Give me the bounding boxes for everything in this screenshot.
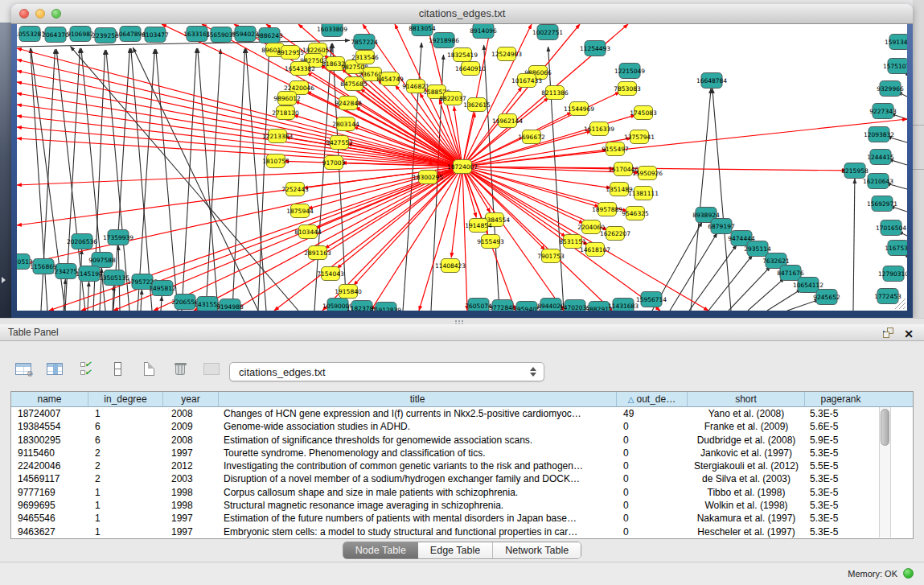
graph-node[interactable]: 1745083 [630,106,657,120]
column-header-out-degree[interactable]: △out_de… [617,392,688,406]
table-row[interactable]: 911546021997Tourette syndrome. Phenomeno… [11,447,913,459]
tab-edge-table[interactable]: Edge Table [418,542,492,558]
graph-node[interactable]: 7252443 [281,183,309,196]
graph-node[interactable]: 917003 [322,156,346,170]
splitter-collapse-arrow[interactable] [2,277,6,283]
table-row[interactable]: 1938455462009Genome-wide association stu… [11,420,913,433]
row-selection-icon[interactable]: ✔✔ [76,358,97,379]
cell-name[interactable]: 9463627 [11,525,88,538]
graph-node[interactable]: 1167534 [885,241,907,256]
cell-in_degree[interactable]: 6 [88,420,163,433]
graph-node[interactable]: 8103444 [294,225,322,239]
graph-node[interactable]: 16210643 [863,174,893,189]
graph-node[interactable]: 12213383 [262,130,293,143]
close-panel-icon[interactable]: ✕ [904,326,914,342]
graph-node[interactable]: 11408423 [435,259,466,273]
graph-node[interactable]: 9155493 [477,235,504,249]
cell-title[interactable]: Estimation of the future numbers of pati… [219,512,617,525]
cell-short[interactable]: Yano et al. (2008) [688,407,805,420]
column-header-in-degree[interactable]: in_degree [88,392,163,406]
graph-node[interactable]: 15692971 [867,196,897,212]
graph-node[interactable]: 7154043 [317,267,344,281]
cell-short[interactable]: Jankovic et al. (1997) [688,447,805,459]
graph-node[interactable]: 9097588 [88,253,116,268]
column-header-short[interactable]: short [688,392,805,406]
graph-node[interactable]: 15956714 [636,292,667,307]
graph-node[interactable]: 8211386 [541,86,569,100]
graph-node[interactable]: 1772453 [874,289,901,304]
cell-pagerank[interactable]: 5.3E-5 [805,512,877,525]
table-row[interactable]: 946554611997Estimation of the future num… [11,512,913,525]
table-settings-icon[interactable]: ⚙ [13,358,34,379]
cell-out_degree[interactable]: 0 [617,472,688,485]
cell-short[interactable]: Wolkin et al. (1998) [688,499,805,512]
cell-name[interactable]: 19384554 [11,420,88,433]
cell-pagerank[interactable]: 5.3E-5 [805,486,877,499]
delete-column-icon[interactable] [170,358,191,379]
graph-node[interactable]: 20206536 [67,234,97,249]
graph-node[interactable]: 7605074 [465,299,492,311]
graph-node[interactable]: 9194988 [216,299,244,311]
graph-node[interactable]: 12524903 [491,47,522,61]
cell-title[interactable]: Genome-wide association studies in ADHD. [219,420,617,433]
cell-name[interactable]: 9777169 [11,486,88,499]
graph-node[interactable]: 11544969 [564,102,594,116]
graph-node[interactable]: 1156869 [30,259,57,274]
new-column-icon[interactable] [138,358,159,379]
cell-pagerank[interactable]: 5.3E-5 [805,472,877,485]
graph-node[interactable]: 1362615 [463,98,491,112]
graph-node[interactable]: 9329966 [877,81,904,97]
cell-short[interactable]: Stergiakouli et al. (2012) [688,459,805,472]
cell-name[interactable]: 9699695 [11,499,88,512]
cell-title[interactable]: Investigating the contribution of common… [219,459,617,472]
cell-title[interactable]: Estimation of significance thresholds fo… [219,434,617,447]
cell-name[interactable]: 18724007 [11,407,88,420]
cell-out_degree[interactable]: 0 [617,447,688,459]
table-row[interactable]: 1456911722003Disruption of a novel membe… [11,472,913,485]
cell-title[interactable]: Embryonic stem cells: a model to study s… [219,525,617,538]
scrollbar-thumb[interactable] [881,409,889,446]
column-header-title[interactable]: title [219,392,617,406]
cell-out_degree[interactable]: 0 [617,459,688,472]
graph-node[interactable]: 16116339 [584,122,614,136]
tab-node-table[interactable]: Node Table [343,542,418,558]
cell-year[interactable]: 1997 [163,525,219,538]
cell-year[interactable]: 2008 [163,407,219,420]
cell-out_degree[interactable]: 0 [617,434,688,447]
cell-pagerank[interactable]: 5.5E-5 [805,459,877,472]
graph-node[interactable]: 9772840 [489,300,516,311]
cell-year[interactable]: 1997 [163,512,219,525]
cell-pagerank[interactable]: 5.3E-5 [805,407,877,420]
cell-in_degree[interactable]: 6 [88,434,163,447]
cell-short[interactable]: Franke et al. (2009) [688,420,805,433]
cell-in_degree[interactable]: 1 [88,486,163,499]
cell-out_degree[interactable]: 0 [617,486,688,499]
import-table-icon[interactable] [201,358,222,379]
zoom-button[interactable] [51,9,61,19]
cell-in_degree[interactable]: 2 [88,472,163,485]
graph-node[interactable]: 8914096 [470,24,497,39]
cell-out_degree[interactable]: 0 [617,420,688,433]
graph-node[interactable]: 1875944 [286,204,314,218]
graph-node[interactable]: 16648784 [696,73,727,89]
graph-node[interactable]: 15913480 [885,35,907,50]
table-scrollbar[interactable] [879,407,891,538]
cell-out_degree[interactable]: 0 [617,499,688,512]
graph-node[interactable]: 1810755 [262,154,290,168]
graph-node[interactable]: 12093832 [864,127,894,142]
cell-name[interactable]: 18300295 [11,434,88,447]
cell-year[interactable]: 2003 [163,472,219,485]
graph-node[interactable]: 2891163 [304,246,331,260]
cell-short[interactable]: Dudbridge et al. (2008) [688,434,805,447]
cell-pagerank[interactable]: 5.3E-5 [805,525,877,538]
cell-title[interactable]: Disruption of a novel member of a sodium… [219,472,617,485]
minimize-button[interactable] [35,9,45,19]
cell-name[interactable]: 9115460 [11,447,88,459]
graph-node[interactable]: 10553287 [17,27,45,42]
cell-year[interactable]: 2012 [163,459,219,472]
graph-node[interactable]: 6879197 [708,219,735,234]
cell-out_degree[interactable]: 49 [617,407,688,420]
graph-node[interactable]: 18957889 [592,203,622,216]
graph-node[interactable]: 1495812 [149,281,176,296]
graph-node[interactable]: 9245652 [813,290,840,305]
